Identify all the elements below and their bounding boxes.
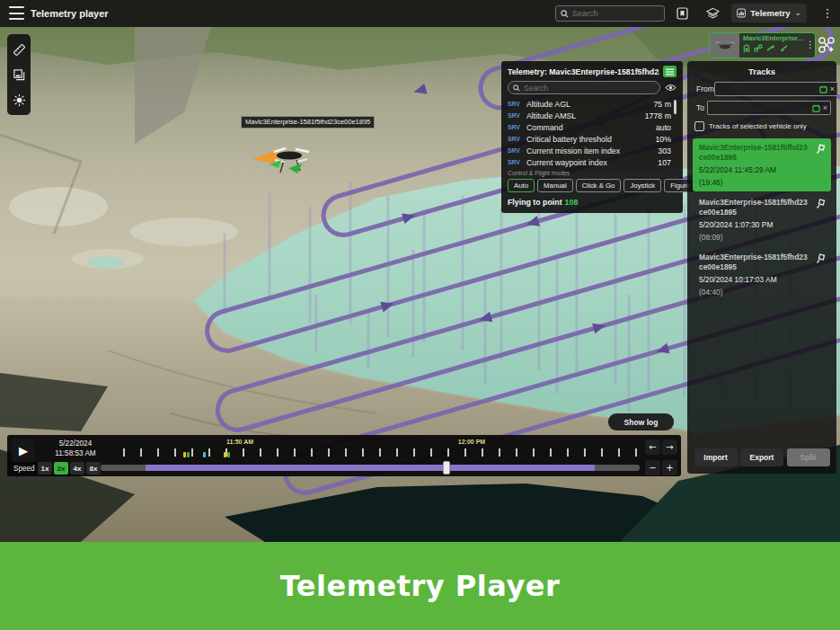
calendar-icon[interactable]: [819, 85, 827, 93]
step-back-button[interactable]: ←: [645, 439, 660, 455]
export-button[interactable]: Export: [740, 448, 783, 466]
top-bar: Telemetry player Telemetry ⌄ ⋮: [0, 0, 840, 27]
playhead-handle[interactable]: [443, 461, 450, 475]
timeline[interactable]: 11:50 AM 12:00 PM: [108, 437, 640, 458]
telemetry-row: SRVAltitude AMSL1778 m: [508, 110, 676, 121]
bottom-banner: Telemetry Player: [0, 542, 840, 630]
bookmark-map-icon[interactable]: [673, 4, 691, 22]
zoom-in-timeline-button[interactable]: +: [662, 460, 677, 475]
flight-mode-buttons: Auto Manual Click & Go Joystick Figure: [508, 179, 676, 192]
zoom-out-timeline-button[interactable]: −: [645, 460, 660, 475]
land-icon[interactable]: [779, 44, 788, 52]
track-item[interactable]: Mavic3Enterprise-1581f5fhd23ce00e1895 5/…: [693, 193, 831, 246]
telemetry-row: SRVCurrent waypoint index107: [508, 156, 676, 167]
speed-1x-button[interactable]: 1x: [38, 462, 52, 475]
telemetry-panel-title: Telemetry: Mavic3Enterprise-1581f5fhd23c…: [508, 67, 659, 76]
timeline-event-marker: [187, 452, 190, 457]
layers-icon[interactable]: [703, 4, 721, 22]
overflow-menu-icon[interactable]: ⋮: [819, 4, 836, 22]
telemetry-row: SRVCritical battery threshold10%: [508, 133, 676, 145]
track-time-range: [146, 465, 595, 471]
playback-date: 5/22/2024: [41, 439, 110, 448]
battery-icon: [743, 44, 750, 52]
telemetry-row: SRVCurrent mission item index303: [508, 145, 676, 156]
from-date-input[interactable]: [718, 85, 817, 93]
import-button[interactable]: Import: [694, 448, 738, 466]
flight-status: Flying to point108: [508, 198, 676, 207]
vehicle-name: Mavic3Enterprise…: [743, 34, 804, 42]
eye-icon[interactable]: [665, 84, 676, 92]
telemetry-chart-icon: [737, 8, 746, 18]
telemetry-rows[interactable]: SRVAltitude AGL75 m SRVAltitude AMSL1778…: [508, 98, 676, 167]
global-search[interactable]: [555, 5, 665, 22]
telemetry-row: SRVCommandauto: [508, 121, 676, 133]
chevron-down-icon: ⌄: [794, 9, 801, 17]
takeoff-icon[interactable]: [766, 44, 775, 52]
page-title: Telemetry player: [31, 8, 109, 19]
map-3d-view[interactable]: Mavic3Enterprise-1581f5fhd23ce00e1895 Sh…: [0, 27, 840, 542]
telemetry-search-input[interactable]: [524, 84, 655, 93]
telemetry-list-icon[interactable]: [663, 66, 676, 77]
measure-ruler-icon[interactable]: [7, 37, 31, 62]
speed-8x-button[interactable]: 8x: [86, 462, 101, 475]
vehicle-card[interactable]: Mavic3Enterprise… ⋮: [709, 32, 816, 58]
track-item[interactable]: Mavic3Enterprise-1581f5fhd23ce00e1895 5/…: [693, 248, 831, 301]
search-icon: [561, 10, 569, 18]
mode-joystick-button[interactable]: Joystick: [623, 179, 661, 192]
mode-manual-button[interactable]: Manual: [537, 179, 573, 192]
timeline-label: 12:00 PM: [458, 439, 485, 445]
vehicle-menu-icon[interactable]: ⋮: [806, 33, 815, 58]
scrollbar-thumb[interactable]: [674, 100, 676, 114]
calendar-icon[interactable]: [812, 104, 820, 112]
tracks-panel-title: Tracks: [693, 67, 831, 76]
playback-bar: ▶ 5/22/2024 11:58:53 AM 11:50 AM 12:00 P…: [7, 435, 681, 476]
track-item-selected[interactable]: Mavic3Enterprise-1581f5fhd23ce00e1895 5/…: [693, 138, 831, 191]
to-label: To: [693, 103, 707, 112]
vehicle-filter-checkbox[interactable]: [694, 121, 704, 131]
pin-track-icon[interactable]: [816, 144, 827, 155]
telemetry-panel: Telemetry: Mavic3Enterprise-1581f5fhd23c…: [501, 61, 683, 213]
vehicle-filter-label: Tracks of selected vehicle only: [709, 122, 807, 130]
to-date-input[interactable]: [711, 104, 809, 112]
search-input[interactable]: [572, 9, 659, 18]
timeline-event-marker: [227, 452, 230, 457]
timeline-event-marker: [183, 452, 186, 457]
basemap-icon[interactable]: [7, 62, 31, 87]
split-button[interactable]: Split: [787, 448, 830, 466]
map-toolbar: [7, 34, 31, 115]
step-forward-button[interactable]: →: [662, 439, 677, 455]
flying-to-point-value: 108: [565, 198, 579, 207]
vehicle-thumbnail: [710, 33, 739, 58]
banner-title: Telemetry Player: [280, 569, 560, 603]
telemetry-row: SRVAltitude AGL75 m: [508, 98, 676, 110]
timeline-event-marker: [203, 452, 206, 457]
menu-icon[interactable]: [9, 6, 24, 20]
add-vehicle-button[interactable]: [817, 34, 836, 56]
play-button[interactable]: ▶: [12, 439, 35, 462]
pin-track-icon[interactable]: [816, 199, 827, 209]
mode-auto-button[interactable]: Auto: [508, 179, 535, 192]
view-selector-dropdown[interactable]: Telemetry ⌄: [731, 4, 807, 22]
mode-click-and-go-button[interactable]: Click & Go: [576, 179, 622, 192]
clear-icon[interactable]: ×: [823, 104, 827, 112]
speed-4x-button[interactable]: 4x: [70, 462, 84, 475]
show-log-button[interactable]: Show log: [608, 413, 674, 430]
drone-map-label: Mavic3Enterprise-1581f5fhd23ce00e1895: [241, 116, 375, 129]
from-date-field[interactable]: ×: [714, 82, 838, 96]
playback-time: 11:58:53 AM: [41, 448, 110, 458]
telemetry-search[interactable]: [508, 81, 660, 94]
sun-light-icon[interactable]: [7, 87, 31, 112]
telemetry-player-app: Telemetry player Telemetry ⌄ ⋮: [0, 0, 840, 630]
from-label: From: [693, 84, 714, 93]
timeline-label: 11:50 AM: [226, 439, 253, 445]
playback-progress-bar[interactable]: [101, 465, 640, 471]
to-date-field[interactable]: ×: [707, 101, 831, 115]
clear-icon[interactable]: ×: [830, 85, 835, 93]
view-selector-value: Telemetry: [750, 8, 790, 18]
speed-2x-button[interactable]: 2x: [54, 462, 68, 475]
pin-track-icon[interactable]: [816, 253, 827, 264]
tracks-panel: Tracks From × To × Tracks of s: [687, 61, 836, 474]
control-flight-modes-label: Control & Flight modes: [508, 170, 676, 176]
link-icon: [754, 44, 763, 52]
search-icon: [513, 84, 520, 92]
